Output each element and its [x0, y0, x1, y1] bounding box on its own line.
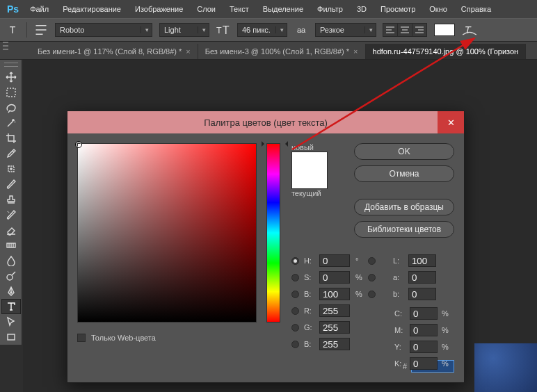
k-input[interactable] [410, 357, 438, 370]
chevron-down-icon: ▾ [275, 26, 287, 33]
tab-label: Без имени-3 @ 100% (Слой 1, RGB/8#) * [205, 47, 349, 56]
crop-tool[interactable] [1, 131, 21, 146]
h-input[interactable] [319, 254, 350, 267]
tools-panel [0, 60, 22, 345]
svg-point-15 [7, 275, 13, 280]
gradient-tool[interactable] [1, 238, 21, 253]
b-lab-input[interactable] [408, 288, 436, 300]
radio-s[interactable] [291, 274, 299, 281]
menu-help[interactable]: Справка [456, 2, 497, 16]
lasso-tool[interactable] [1, 100, 21, 115]
text-orientation-icon[interactable] [34, 23, 48, 37]
radio-b-rgb[interactable] [291, 341, 299, 348]
close-icon[interactable]: × [186, 47, 190, 56]
document-tab[interactable]: Без имени-1 @ 117% (Слой 8, RGB/8#) * × [31, 44, 198, 59]
font-size-combo[interactable]: 46 пикс. ▾ [237, 23, 287, 37]
web-only-label: Только Web-цвета [91, 334, 156, 342]
brush-tool[interactable] [1, 177, 21, 192]
tab-grip-icon[interactable] [3, 42, 8, 50]
antialias-icon: aa [294, 23, 308, 37]
dialog-title: Палитра цветов (цвет текста) [204, 117, 328, 128]
checkbox-icon [77, 334, 86, 342]
menu-layers[interactable]: Слои [191, 2, 221, 16]
font-size-icon: TT [216, 23, 230, 37]
ok-button[interactable]: OK [354, 143, 454, 160]
m-input[interactable] [410, 324, 438, 336]
history-brush-tool[interactable] [1, 207, 21, 222]
align-center-button[interactable] [397, 23, 412, 37]
menu-filter[interactable]: Фильтр [312, 2, 348, 16]
menu-window[interactable]: Окно [424, 2, 453, 16]
font-size-value: 46 пикс. [238, 26, 275, 34]
y-input[interactable] [410, 341, 438, 353]
warp-text-icon[interactable]: T [462, 23, 477, 37]
radio-b[interactable] [291, 291, 299, 298]
text-color-swatch[interactable] [434, 24, 455, 36]
document-tab[interactable]: Без имени-3 @ 100% (Слой 1, RGB/8#) * × [198, 44, 366, 59]
g-input[interactable] [319, 321, 350, 334]
a-input[interactable] [408, 271, 436, 284]
svg-text:T: T [216, 26, 222, 35]
font-weight-combo[interactable]: Light ▾ [159, 23, 209, 37]
dialog-titlebar[interactable]: Палитра цветов (цвет текста) ✕ [67, 111, 464, 133]
menu-text[interactable]: Текст [224, 2, 255, 16]
panel-grip-icon[interactable] [4, 63, 18, 67]
saturation-value-field[interactable] [77, 143, 257, 322]
document-tab-bar: Без имени-1 @ 117% (Слой 8, RGB/8#) * × … [0, 42, 537, 60]
l-input[interactable] [408, 254, 436, 267]
cancel-button[interactable]: Отмена [354, 165, 454, 182]
menu-3d[interactable]: 3D [351, 2, 372, 16]
b-hsb-input[interactable] [319, 288, 350, 300]
eyedropper-tool[interactable] [1, 146, 21, 161]
current-color-label: текущий [291, 189, 328, 197]
tab-label: Без имени-1 @ 117% (Слой 8, RGB/8#) * [38, 47, 182, 56]
hue-slider[interactable] [266, 143, 280, 322]
font-weight-value: Light [160, 26, 185, 34]
radio-lab-b[interactable] [368, 291, 376, 298]
wand-tool[interactable] [1, 115, 21, 131]
healing-tool[interactable] [1, 161, 21, 177]
dodge-tool[interactable] [1, 268, 21, 284]
menu-edit[interactable]: Редактирование [57, 2, 127, 16]
radio-g[interactable] [291, 324, 299, 332]
close-icon[interactable]: × [353, 47, 358, 56]
radio-a[interactable] [368, 274, 376, 281]
radio-l[interactable] [368, 257, 376, 265]
r-input[interactable] [319, 304, 350, 317]
s-input[interactable] [319, 271, 350, 284]
font-family-value: Roboto [56, 26, 88, 34]
antialias-combo[interactable]: Резкое ▾ [315, 23, 376, 37]
blur-tool[interactable] [1, 253, 21, 268]
color-libraries-button[interactable]: Библиотеки цветов [354, 221, 454, 238]
align-right-button[interactable] [412, 23, 427, 37]
menu-select[interactable]: Выделение [257, 2, 309, 16]
antialias-value: Резкое [316, 26, 348, 34]
web-only-checkbox[interactable]: Только Web-цвета [77, 334, 257, 342]
font-family-combo[interactable]: Roboto ▾ [55, 23, 152, 37]
rectangle-tool[interactable] [1, 329, 21, 345]
pen-tool[interactable] [1, 284, 21, 299]
sv-cursor-icon [75, 141, 82, 148]
menu-view[interactable]: Просмотр [375, 2, 421, 16]
path-select-tool[interactable] [1, 314, 21, 329]
menu-file[interactable]: Файл [24, 2, 54, 16]
text-align-group [383, 23, 427, 37]
align-left-button[interactable] [383, 23, 398, 37]
menu-image[interactable]: Изображение [129, 2, 189, 16]
dialog-close-button[interactable]: ✕ [438, 111, 464, 133]
type-tool[interactable] [1, 299, 21, 314]
svg-text:T: T [223, 24, 230, 36]
document-tab[interactable]: hdfon.ru-447579140.jpg @ 100% (Горизон [366, 44, 527, 59]
radio-r[interactable] [291, 307, 299, 315]
menu-bar: Ps Файл Редактирование Изображение Слои … [0, 0, 537, 18]
c-input[interactable] [410, 307, 438, 320]
move-tool[interactable] [1, 70, 21, 85]
add-swatch-button[interactable]: Добавить в образцы [354, 199, 454, 215]
new-color-label: новый [291, 143, 328, 152]
eraser-tool[interactable] [1, 222, 21, 238]
marquee-tool[interactable] [1, 85, 21, 100]
b-rgb-input[interactable] [319, 338, 350, 350]
radio-h[interactable] [291, 257, 299, 265]
cmyk-values: C:% M:% Y:% K:% [394, 307, 450, 370]
stamp-tool[interactable] [1, 192, 21, 207]
